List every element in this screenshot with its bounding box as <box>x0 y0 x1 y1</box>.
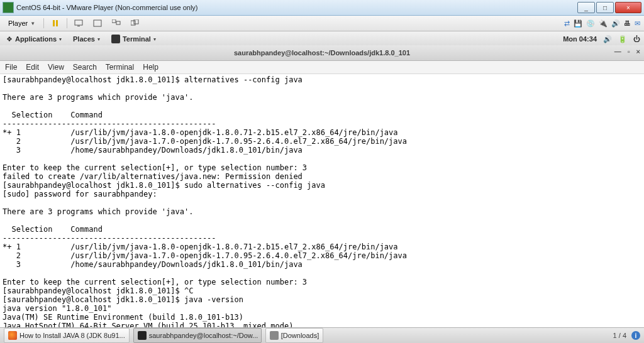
vmware-fullscreen-button[interactable] <box>90 17 105 30</box>
screen-icon <box>74 19 83 27</box>
menu-file[interactable]: File <box>5 63 17 72</box>
vmware-message-icon[interactable]: ✉ <box>635 19 640 28</box>
fullscreen-icon <box>93 19 102 27</box>
gnome-places-menu[interactable]: Places ▾ <box>70 34 103 44</box>
svg-rect-1 <box>77 26 80 26</box>
task-downloads[interactable]: [Downloads] <box>265 328 324 343</box>
gnome-applications-menu[interactable]: ❖ Applications ▾ <box>4 34 64 45</box>
menu-terminal[interactable]: Terminal <box>106 63 134 72</box>
pause-icon <box>53 20 58 26</box>
vmware-pause-button[interactable] <box>48 17 63 30</box>
terminal-close-button[interactable]: × <box>636 48 640 55</box>
task-label: How to Install JAVA 8 (JDK 8u91... <box>19 332 125 339</box>
chevron-down-icon: ▾ <box>153 36 156 42</box>
menu-search[interactable]: Search <box>73 63 97 72</box>
firefox-icon <box>8 331 17 340</box>
svg-rect-2 <box>94 20 101 26</box>
terminal-minimize-button[interactable]: — <box>614 48 621 55</box>
workspace-indicator[interactable]: 1 / 4 <box>613 332 626 339</box>
menu-edit[interactable]: Edit <box>26 63 39 72</box>
terminal-menubar: File Edit View Search Terminal Help <box>0 61 644 74</box>
svg-rect-3 <box>112 19 116 23</box>
win7-title: CentOS 64-bit - VMware Player (Non-comme… <box>16 4 198 11</box>
gnome-clock[interactable]: Mon 04:34 <box>563 35 597 43</box>
win7-close-button[interactable]: × <box>615 2 641 13</box>
vmware-send-ctrl-alt-del-button[interactable] <box>71 17 86 30</box>
vmware-unity-button[interactable] <box>109 17 124 30</box>
terminal-maximize-button[interactable]: ▫ <box>628 48 630 55</box>
terminal-title: saurabhpandey@localhost:~/Downloads/jdk1… <box>234 49 410 57</box>
task-label: saurabhpandey@localhost:~/Dow... <box>149 332 258 339</box>
vmware-network-icon[interactable]: ⇄ <box>564 19 570 28</box>
windows-icon <box>112 19 121 27</box>
applications-label: Applications <box>15 35 57 43</box>
vmware-printer-icon[interactable]: 🖶 <box>624 19 631 27</box>
notification-badge-icon[interactable]: i <box>631 331 640 340</box>
menu-help[interactable]: Help <box>143 63 158 72</box>
win7-titlebar: CentOS 64-bit - VMware Player (Non-comme… <box>0 0 644 16</box>
folder-icon <box>270 331 279 340</box>
vmware-player-menu[interactable]: Player ▼ <box>4 18 40 29</box>
terminal-label: Terminal <box>123 35 151 43</box>
applications-icon: ❖ <box>6 35 13 43</box>
vmware-cd-icon[interactable]: 💿 <box>586 19 595 28</box>
gnome-bottom-panel: How to Install JAVA 8 (JDK 8u91... saura… <box>0 327 644 343</box>
svg-rect-5 <box>131 21 135 25</box>
terminal-text: [saurabhpandey@localhost jdk1.8.0_101]$ … <box>3 75 407 339</box>
menu-view[interactable]: View <box>48 63 64 72</box>
vmware-player-label: Player <box>8 19 28 27</box>
power-icon[interactable]: ⏻ <box>633 35 640 43</box>
win7-minimize-button[interactable]: _ <box>577 2 595 13</box>
terminal-output[interactable]: [saurabhpandey@localhost jdk1.8.0_101]$ … <box>0 74 644 340</box>
separator <box>43 18 44 28</box>
terminal-icon <box>138 331 147 340</box>
svg-rect-4 <box>116 21 120 24</box>
chevron-down-icon: ▼ <box>30 21 35 26</box>
desktop: saurabhpandey@localhost:~/Downloads/jdk1… <box>0 45 644 328</box>
terminal-icon <box>111 35 120 43</box>
gnome-terminal-app-menu[interactable]: Terminal ▾ <box>109 33 158 45</box>
volume-icon[interactable]: 🔊 <box>603 35 612 43</box>
vmware-disk-icon[interactable]: 💾 <box>574 19 582 28</box>
vmware-toolbar: Player ▼ ⇄ 💾 💿 🔌 🔊 🖶 ✉ <box>0 16 644 31</box>
cycle-icon <box>131 19 140 27</box>
svg-rect-6 <box>134 19 138 24</box>
separator <box>67 18 67 28</box>
task-terminal[interactable]: saurabhpandey@localhost:~/Dow... <box>133 328 262 343</box>
battery-icon[interactable]: 🔋 <box>618 35 627 43</box>
chevron-down-icon: ▾ <box>97 36 100 42</box>
task-firefox[interactable]: How to Install JAVA 8 (JDK 8u91... <box>4 328 130 343</box>
vmware-usb-icon[interactable]: 🔌 <box>599 19 608 28</box>
places-label: Places <box>73 35 95 43</box>
chevron-down-icon: ▾ <box>59 36 62 42</box>
vmware-icon <box>3 2 14 13</box>
terminal-titlebar[interactable]: saurabhpandey@localhost:~/Downloads/jdk1… <box>0 45 644 61</box>
vmware-sound-icon[interactable]: 🔊 <box>611 19 620 28</box>
task-label: [Downloads] <box>281 332 319 339</box>
win7-maximize-button[interactable]: □ <box>596 2 614 13</box>
vmware-cycle-button[interactable] <box>128 17 143 30</box>
svg-rect-0 <box>75 20 82 25</box>
